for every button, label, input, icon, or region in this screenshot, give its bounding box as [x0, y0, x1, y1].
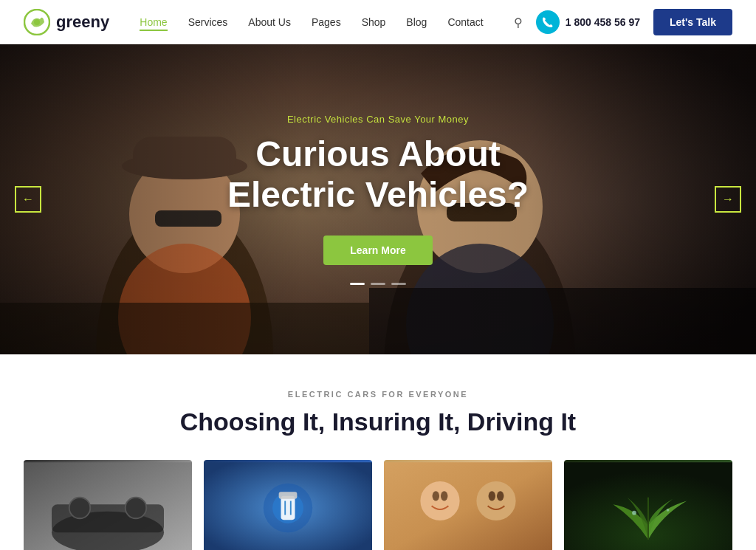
- card-3-image: [384, 460, 552, 550]
- hero-title-line1: Curious About: [255, 134, 501, 173]
- nav-link-home[interactable]: Home: [140, 16, 167, 31]
- nav-right: ⚲ 1 800 458 56 97 Let's Talk: [514, 9, 732, 35]
- hero-dot-1[interactable]: [350, 283, 365, 285]
- nav-links: Home Services About Us Pages Shop Blog C…: [140, 16, 483, 29]
- section-label: ELECTRIC CARS FOR EVERYONE: [24, 390, 732, 399]
- ev-charger-image: [204, 460, 372, 550]
- nav-item-contact[interactable]: Contact: [447, 16, 483, 29]
- svg-point-31: [476, 481, 515, 520]
- card-4-image: [564, 460, 732, 550]
- svg-rect-26: [279, 492, 298, 499]
- hero-content: Electric Vehicles Can Save Your Money Cu…: [0, 44, 756, 354]
- svg-point-20: [69, 498, 91, 519]
- logo-area[interactable]: greeny: [24, 9, 109, 35]
- card-2-image: [204, 460, 372, 550]
- svg-point-33: [441, 491, 448, 501]
- card-3[interactable]: [384, 460, 552, 550]
- card-4[interactable]: [564, 460, 732, 550]
- car-dashboard-image: [24, 460, 192, 550]
- cards-section: ELECTRIC CARS FOR EVERYONE Choosing It, …: [0, 354, 756, 550]
- nav-link-pages[interactable]: Pages: [312, 16, 341, 28]
- hero-learn-more-button[interactable]: Learn More: [323, 236, 432, 265]
- section-title: Choosing It, Insuring It, Driving It: [24, 408, 732, 436]
- hero-next-button[interactable]: →: [715, 186, 741, 213]
- svg-point-35: [497, 491, 504, 501]
- phone-area: 1 800 458 56 97: [536, 10, 640, 34]
- nav-item-home[interactable]: Home: [140, 16, 167, 29]
- nav-item-shop[interactable]: Shop: [362, 16, 386, 29]
- nav-link-blog[interactable]: Blog: [406, 16, 427, 28]
- hero-subtitle: Electric Vehicles Can Save Your Money: [287, 114, 469, 125]
- cards-row: [24, 460, 732, 550]
- svg-point-30: [420, 481, 459, 520]
- navbar: greeny Home Services About Us Pages Shop…: [0, 0, 756, 44]
- lets-talk-button[interactable]: Let's Talk: [653, 9, 732, 35]
- green-plant-image: [564, 460, 732, 550]
- nav-link-contact[interactable]: Contact: [447, 16, 483, 28]
- card-1-image: [24, 460, 192, 550]
- nav-link-shop[interactable]: Shop: [362, 16, 386, 28]
- card-2[interactable]: [204, 460, 372, 550]
- nav-link-about[interactable]: About Us: [248, 16, 291, 28]
- svg-rect-19: [52, 504, 164, 532]
- hero-dot-3[interactable]: [391, 283, 406, 285]
- hero-section: ← Electric Vehicles Can Save Your Money …: [0, 44, 756, 354]
- svg-point-38: [632, 511, 636, 515]
- hero-title-line2: Electric Vehicles?: [227, 175, 529, 214]
- hero-dot-2[interactable]: [371, 283, 385, 285]
- hero-title: Curious About Electric Vehicles?: [227, 134, 529, 215]
- svg-point-34: [489, 491, 496, 501]
- svg-point-1: [34, 19, 40, 25]
- people-car-image: [384, 460, 552, 550]
- phone-icon: [542, 16, 554, 28]
- logo-text: greeny: [56, 13, 109, 32]
- svg-point-21: [126, 498, 147, 519]
- svg-rect-25: [281, 496, 295, 520]
- hero-dots: [350, 283, 406, 285]
- search-icon[interactable]: ⚲: [514, 16, 523, 30]
- svg-point-39: [667, 509, 670, 512]
- svg-rect-29: [384, 462, 552, 550]
- svg-point-32: [433, 491, 440, 501]
- phone-badge-icon: [536, 10, 560, 34]
- card-1[interactable]: [24, 460, 192, 550]
- nav-item-services[interactable]: Services: [188, 16, 228, 29]
- greeny-logo-icon: [24, 9, 50, 35]
- nav-item-pages[interactable]: Pages: [312, 16, 341, 29]
- nav-link-services[interactable]: Services: [188, 16, 228, 28]
- nav-item-about[interactable]: About Us: [248, 16, 291, 29]
- nav-item-blog[interactable]: Blog: [406, 16, 427, 29]
- hero-prev-button[interactable]: ←: [15, 186, 41, 213]
- phone-number: 1 800 458 56 97: [566, 16, 640, 28]
